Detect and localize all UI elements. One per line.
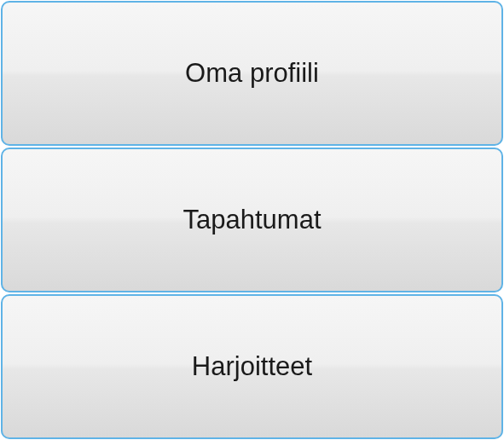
menu-button-profile[interactable]: Oma profiili [1, 1, 503, 146]
menu-button-label: Harjoitteet [192, 351, 312, 382]
main-menu: Oma profiili Tapahtumat Harjoitteet [0, 0, 504, 440]
menu-button-label: Oma profiili [185, 58, 319, 89]
menu-button-exercises[interactable]: Harjoitteet [1, 294, 503, 439]
menu-button-events[interactable]: Tapahtumat [1, 148, 503, 292]
menu-button-label: Tapahtumat [183, 205, 322, 235]
